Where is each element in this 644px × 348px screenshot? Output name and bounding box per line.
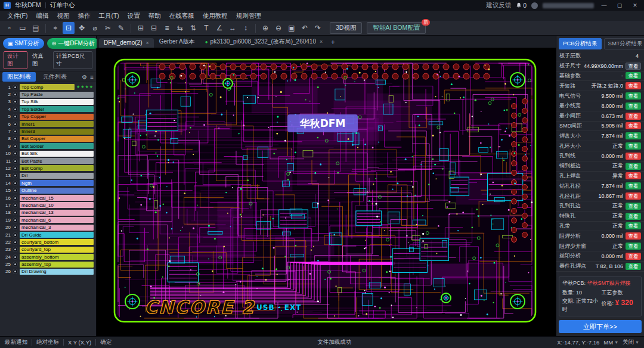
layer-swatch[interactable]: Bot Solder: [20, 143, 94, 149]
layer-swatch[interactable]: mechanical_3: [20, 225, 94, 231]
menu-item-2[interactable]: 编辑: [32, 11, 52, 21]
eye-toggle-icon[interactable]: [13, 218, 18, 223]
layer-swatch[interactable]: mechanical_15: [20, 195, 94, 201]
table-icon[interactable]: ⊟: [148, 22, 160, 34]
eye-toggle-icon[interactable]: [13, 166, 18, 171]
swap-icon[interactable]: ⇆: [174, 22, 186, 34]
toggle-selector[interactable]: 关闭 ▼: [623, 338, 639, 346]
view-button[interactable]: 查看: [626, 182, 641, 189]
eye-toggle-icon[interactable]: [13, 203, 18, 208]
eye-toggle-icon[interactable]: [13, 232, 18, 238]
close-tab-icon[interactable]: ×: [145, 40, 148, 46]
menu-item-5[interactable]: 工具(T): [95, 11, 122, 21]
crop-icon[interactable]: ⊡: [63, 22, 75, 34]
layers-icon[interactable]: ≡: [161, 22, 173, 34]
menu-item-1[interactable]: 文件(F): [4, 11, 31, 21]
view-button[interactable]: 查看: [626, 232, 641, 240]
new-file-icon[interactable]: ▫: [4, 22, 16, 34]
eye-toggle-icon[interactable]: [13, 92, 18, 97]
layer-swatch[interactable]: Outline: [20, 188, 94, 194]
eye-toggle-icon[interactable]: [13, 262, 18, 267]
view-button[interactable]: 查看: [626, 113, 641, 120]
eye-toggle-icon[interactable]: [13, 181, 18, 186]
eye-toggle-icon[interactable]: [13, 225, 18, 230]
simulation-view-tab[interactable]: 仿真图: [30, 52, 51, 69]
view-button[interactable]: 查看: [626, 92, 641, 100]
order-center-tab[interactable]: 订单中心: [50, 1, 75, 10]
view-button[interactable]: 查看: [626, 122, 641, 129]
layer-swatch[interactable]: assembly_bottom: [20, 254, 94, 260]
eye-toggle-icon[interactable]: [13, 247, 18, 252]
view-button[interactable]: 查看: [626, 153, 641, 160]
menu-item-3[interactable]: 视图: [53, 11, 73, 21]
view-button[interactable]: 查看: [626, 132, 641, 139]
menu-item-4[interactable]: 操作: [74, 11, 94, 21]
layer-swatch[interactable]: Bot Silk: [20, 151, 94, 157]
diameter-measure-icon[interactable]: ⌀: [89, 22, 101, 34]
view-button[interactable]: 查看: [626, 163, 641, 170]
layer-swatch[interactable]: Top Copper: [20, 114, 94, 120]
tab-smt-results[interactable]: SMT分析结果: [604, 38, 644, 49]
eye-toggle-icon[interactable]: [13, 144, 18, 149]
view-button[interactable]: 查看: [626, 102, 641, 110]
one-click-dfm-button[interactable]: ⊕ 一键DFM分析: [47, 38, 100, 49]
view-button[interactable]: 查看: [626, 142, 641, 150]
view-button[interactable]: 查看: [626, 253, 641, 260]
view-button[interactable]: 查看: [626, 72, 641, 79]
eye-toggle-icon[interactable]: [13, 129, 18, 134]
calc-pcb-size-button[interactable]: 计算PCB尺寸: [53, 51, 92, 69]
notification-area[interactable]: 0: [516, 2, 527, 9]
eye-toggle-icon[interactable]: [13, 99, 18, 104]
eye-toggle-icon[interactable]: [13, 159, 18, 164]
user-avatar[interactable]: [531, 2, 538, 9]
view-button[interactable]: 查看: [626, 63, 641, 70]
doc-tab-2[interactable]: Gerber A版本: [154, 36, 200, 48]
eye-toggle-icon[interactable]: [13, 240, 18, 245]
smt-analysis-button[interactable]: ▣ SMT分析: [3, 38, 44, 49]
status-button-2[interactable]: 绝对坐标: [36, 338, 59, 346]
doc-tab-1[interactable]: DFM_demo(2)×: [99, 38, 154, 48]
place-order-button[interactable]: 立即下单>>: [559, 320, 642, 333]
save-icon[interactable]: ▤: [30, 22, 42, 34]
layer-swatch[interactable]: assembly_top: [20, 262, 94, 268]
account-name-blurred[interactable]: [543, 3, 594, 8]
zoom-in-icon[interactable]: ⊕: [259, 22, 271, 34]
add-tab-button[interactable]: +: [328, 38, 338, 47]
zoom-out-icon[interactable]: ⊖: [273, 22, 284, 34]
width-measure-icon[interactable]: ↔: [227, 22, 239, 34]
menu-item-6[interactable]: 设置: [124, 11, 144, 21]
ai-bom-button[interactable]: 智能AI BOM配置 新: [367, 22, 426, 34]
menu-item-10[interactable]: 规则管理: [233, 11, 265, 21]
layer-swatch[interactable]: Top Paste: [20, 92, 94, 98]
layer-swatch[interactable]: Ngth: [20, 180, 94, 186]
layer-swatch[interactable]: Top Comp: [20, 84, 75, 90]
text-icon[interactable]: T: [200, 22, 212, 34]
layer-swatch[interactable]: courtyard_bottom: [20, 239, 94, 245]
status-button-1[interactable]: 最新通知: [5, 338, 27, 346]
eye-toggle-icon[interactable]: [13, 85, 18, 90]
pen-icon[interactable]: ✎: [115, 22, 127, 34]
open-folder-icon[interactable]: ▭: [17, 22, 29, 34]
layer-swatch[interactable]: Bot Paste: [20, 158, 94, 164]
eye-toggle-icon[interactable]: [13, 210, 18, 215]
feedback-link[interactable]: 建议反馈: [486, 1, 511, 10]
view-button[interactable]: 查看: [626, 203, 641, 210]
eye-toggle-icon[interactable]: [13, 173, 18, 178]
doc-tab-3[interactable]: ●pk3130_pi6008_3232_(改布局)_260410×: [200, 36, 327, 48]
eye-toggle-icon[interactable]: [13, 188, 18, 193]
eye-toggle-icon[interactable]: [13, 122, 18, 127]
view-button[interactable]: 查看: [626, 213, 641, 220]
eye-toggle-icon[interactable]: [13, 114, 18, 119]
view-button[interactable]: 查看: [626, 192, 641, 200]
close-tab-icon[interactable]: ×: [320, 39, 323, 45]
close-button[interactable]: ✕: [630, 2, 640, 8]
menu-icon[interactable]: ≡: [90, 74, 94, 80]
eye-toggle-icon[interactable]: [13, 151, 18, 156]
pcb-canvas[interactable]: 华秋DFM CNCORE 2 USB - EXT: [97, 48, 556, 336]
layer-swatch[interactable]: Bot Copper: [20, 136, 94, 142]
eye-toggle-icon[interactable]: [13, 136, 18, 141]
scissors-icon[interactable]: ✂: [102, 22, 114, 34]
maximize-button[interactable]: ▢: [614, 2, 625, 8]
menu-item-7[interactable]: 帮助: [145, 11, 165, 21]
eye-toggle-icon[interactable]: [13, 254, 18, 260]
